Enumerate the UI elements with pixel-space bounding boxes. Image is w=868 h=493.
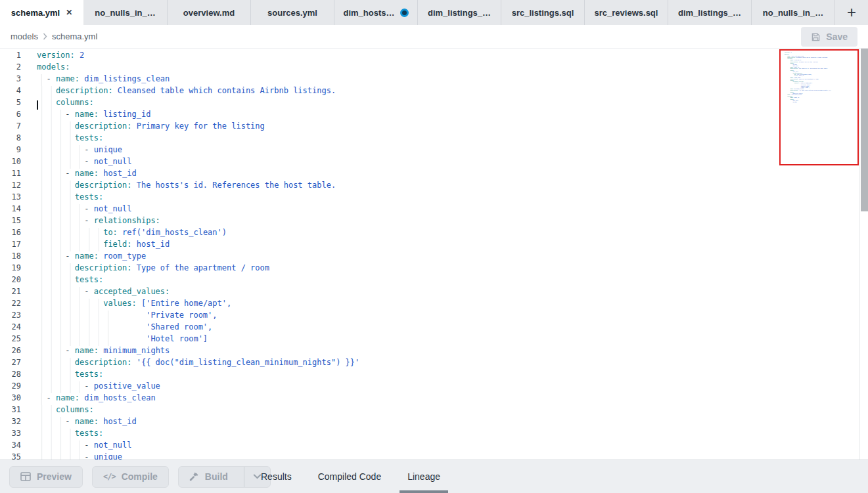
code-line[interactable]: 28 tests: <box>0 370 868 381</box>
line-number: 29 <box>0 381 21 391</box>
code-line[interactable]: 13 tests: <box>0 192 868 204</box>
line-number: 23 <box>0 311 21 320</box>
line-number: 10 <box>0 157 21 166</box>
code-line[interactable]: 3 - name: dim_listings_clean <box>0 74 868 86</box>
line-number: 8 <box>0 133 21 142</box>
code-line[interactable]: 22 values: ['Entire home/apt', <box>0 299 868 311</box>
tab-label: no_nulls_in_… <box>763 8 823 18</box>
chevron-right-icon <box>43 33 47 40</box>
bottom-panel-tabs: ResultsCompiled CodeLineage <box>253 460 448 493</box>
code-line[interactable]: 1version: 2 <box>0 51 868 62</box>
code-line[interactable]: 27 description: '{{ doc("dim_listing_cle… <box>0 358 868 370</box>
code-editor[interactable]: 1version: 22models:3 - name: dim_listing… <box>0 49 868 460</box>
code-line[interactable]: 25 'Hotel room'] <box>0 334 868 346</box>
line-number: 6 <box>0 110 21 119</box>
editor-tab-src-reviews-sql[interactable]: src_reviews.sql <box>584 0 668 25</box>
code-line[interactable]: 29 - positive_value <box>0 381 868 393</box>
editor-tab-dim-listings[interactable]: dim_listings_… <box>417 0 501 25</box>
editor-tab-schema-yml[interactable]: schema.yml✕ <box>0 0 83 25</box>
line-number: 19 <box>0 263 21 272</box>
code-line[interactable]: 7 description: Primary key for the listi… <box>0 121 868 133</box>
line-number: 25 <box>0 334 21 343</box>
save-label: Save <box>826 32 848 42</box>
code-line[interactable]: 34 - not_null <box>0 440 868 452</box>
panel-tab-results[interactable]: Results <box>253 460 300 493</box>
code-line[interactable]: 8 tests: <box>0 133 868 145</box>
line-number: 34 <box>0 440 21 450</box>
tab-label: dim_listings_… <box>428 8 491 18</box>
line-number: 33 <box>0 429 21 438</box>
editor-tab-sources-yml[interactable]: sources.yml <box>250 0 334 25</box>
close-icon[interactable]: ✕ <box>66 9 72 16</box>
breadcrumb-segment[interactable]: schema.yml <box>52 32 97 41</box>
code-icon: </> <box>103 472 116 481</box>
code-line[interactable]: 14 - not_null <box>0 204 868 216</box>
code-line[interactable]: 32 - name: host_id <box>0 417 868 429</box>
code-line[interactable]: 2models: <box>0 62 868 74</box>
editor-tab-overview-md[interactable]: overview.md <box>167 0 250 25</box>
line-number: 35 <box>0 452 21 460</box>
code-line[interactable]: 15 - relationships: <box>0 216 868 228</box>
line-number: 13 <box>0 192 21 202</box>
code-line[interactable]: 6 - name: listing_id <box>0 110 868 121</box>
line-number: 16 <box>0 228 21 237</box>
panel-tab-lineage[interactable]: Lineage <box>400 460 448 493</box>
hammer-icon <box>189 471 199 482</box>
text-cursor <box>37 100 38 110</box>
build-button[interactable]: Build <box>179 467 238 487</box>
code-line[interactable]: 10 - not_null <box>0 157 868 169</box>
build-label: Build <box>205 471 228 482</box>
line-number: 1 <box>0 51 21 60</box>
preview-button[interactable]: Preview <box>9 466 83 488</box>
code-line[interactable]: 12 description: The hosts's id. Referenc… <box>0 181 868 192</box>
code-line[interactable]: 19 description: Type of the apartment / … <box>0 263 868 275</box>
panel-tab-compiled-code[interactable]: Compiled Code <box>310 460 390 493</box>
code-line[interactable]: 31 columns: <box>0 405 868 417</box>
editor-tab-no-nulls-in[interactable]: no_nulls_in_… <box>83 0 167 25</box>
line-number: 15 <box>0 216 21 225</box>
code-line[interactable]: 30 - name: dim_hosts_clean <box>0 393 868 405</box>
code-line[interactable]: 35 - unique <box>0 452 868 460</box>
tab-label: no_nulls_in_… <box>95 8 155 18</box>
code-line[interactable]: 11 - name: host_id <box>0 169 868 181</box>
code-line[interactable]: 24 'Shared room', <box>0 322 868 334</box>
code-line[interactable]: 4 description: Cleansed table which cont… <box>0 86 868 98</box>
line-number: 22 <box>0 299 21 308</box>
code-line[interactable]: 21 - accepted_values: <box>0 287 868 299</box>
table-icon <box>20 472 31 481</box>
editor-scrollbar[interactable] <box>859 49 868 460</box>
tab-strip: schema.yml✕no_nulls_in_…overview.mdsourc… <box>0 0 834 25</box>
preview-label: Preview <box>37 471 72 482</box>
code-line[interactable]: 26 - name: minimum_nights <box>0 346 868 358</box>
code-line[interactable]: 20 tests: <box>0 275 868 287</box>
new-tab-button[interactable]: + <box>834 0 868 25</box>
editor-tab-dim-listings[interactable]: dim_listings_… <box>668 0 751 25</box>
code-line[interactable]: 17 field: host_id <box>0 240 868 251</box>
code-line[interactable]: 18 - name: room_type <box>0 251 868 263</box>
minimap-content: version: 2models: - name: dim_listings_c… <box>785 53 795 103</box>
code-line[interactable]: 16 to: ref('dim_hosts_clean') <box>0 228 868 240</box>
code-line[interactable]: 23 'Private room', <box>0 311 868 322</box>
tab-label: src_reviews.sql <box>595 8 658 18</box>
breadcrumb: modelsschema.yml <box>11 32 97 41</box>
editor-tab-src-listings-sql[interactable]: src_listings.sql <box>501 0 584 25</box>
minimap-highlighted[interactable]: version: 2models: - name: dim_listings_c… <box>779 49 859 165</box>
compile-button[interactable]: </> Compile <box>92 466 169 488</box>
line-number: 5 <box>0 98 21 107</box>
editor-tab-dim-hosts[interactable]: dim_hosts… <box>334 0 417 25</box>
editor-tab-no-nulls-in[interactable]: no_nulls_in_… <box>751 0 834 25</box>
line-number: 21 <box>0 287 21 296</box>
line-number: 17 <box>0 240 21 249</box>
line-number: 27 <box>0 358 21 367</box>
save-button[interactable]: Save <box>801 27 857 47</box>
code-line[interactable]: 9 - unique <box>0 145 868 157</box>
breadcrumb-segment[interactable]: models <box>11 32 38 41</box>
scrollbar-thumb[interactable] <box>861 49 868 211</box>
tab-label: dim_hosts… <box>343 8 394 18</box>
tab-bar: schema.yml✕no_nulls_in_…overview.mdsourc… <box>0 0 868 25</box>
code-line[interactable]: 5 columns: <box>0 98 868 110</box>
line-number: 3 <box>0 74 21 83</box>
code-line[interactable]: 33 tests: <box>0 429 868 440</box>
line-number: 26 <box>0 346 21 355</box>
tab-label: src_listings.sql <box>512 8 574 18</box>
